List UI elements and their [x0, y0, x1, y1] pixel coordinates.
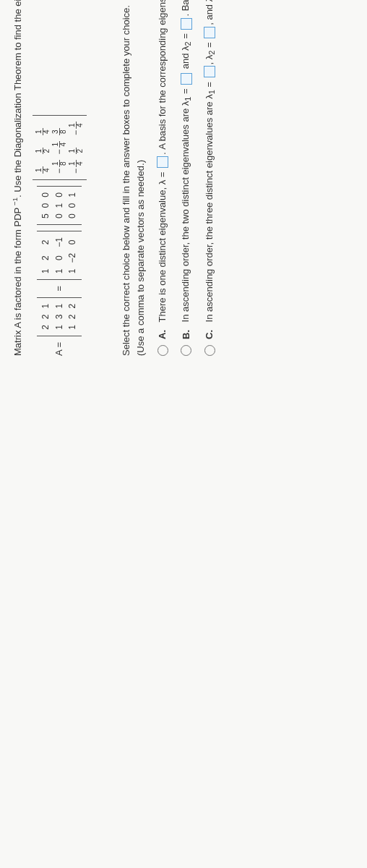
matrix-P-inverse: 141214−18−1438−1412−14 [33, 115, 87, 180]
option-B-row: B. In ascending order, the two distinct … [178, 0, 194, 356]
label-C: C. [203, 328, 216, 339]
input-B-lambda2[interactable] [181, 18, 192, 30]
option-A-row: A. There is one distinct eigenvalue, λ =… [155, 0, 170, 356]
radio-C[interactable] [204, 345, 215, 356]
instruction-1: Select the correct choice below and fill… [120, 0, 133, 356]
matrix-D: 500 010 001 [37, 186, 82, 225]
prompt-text-2: . Use the Diagonalization Theorem to fin… [12, 0, 23, 197]
matrix-equation: A = 221 131 122 = 122 10−1 1−20 500 010 … [33, 0, 87, 356]
input-B-lambda1[interactable] [181, 73, 192, 85]
exponent: −1 [11, 197, 19, 208]
input-C-lambda1[interactable] [204, 66, 215, 77]
option-C-row: C. In ascending order, the three distinc… [202, 0, 217, 356]
radio-B[interactable] [181, 345, 191, 356]
expand-icon[interactable]: • • • [100, 0, 113, 356]
equation-lhs: A = [53, 342, 66, 356]
radio-A[interactable] [157, 345, 168, 356]
input-A-lambda[interactable] [157, 156, 168, 168]
matrix-A: 221 131 122 [37, 297, 82, 336]
problem-statement: Matrix A is factored in the form PDP −1.… [10, 0, 25, 356]
equals-sign: = [53, 286, 66, 292]
matrix-P: 122 10−1 1−20 [37, 231, 82, 280]
input-C-lambda2[interactable] [204, 27, 215, 38]
label-B: B. [180, 328, 193, 339]
instruction-2: (Use a comma to separate vectors as need… [134, 0, 147, 356]
label-A: A. [156, 328, 169, 339]
prompt-text: Matrix A is factored in the form PDP [12, 208, 23, 356]
